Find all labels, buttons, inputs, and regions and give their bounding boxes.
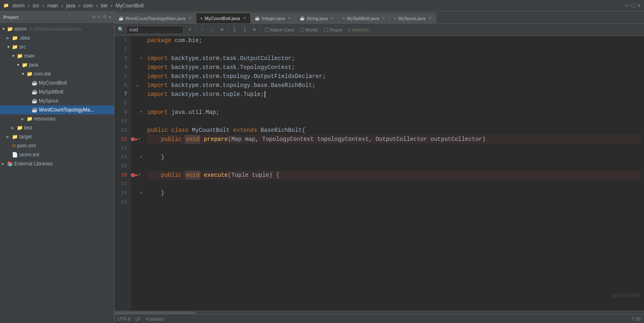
search-regex-option[interactable]: Regex [322,27,344,33]
code-line-9: import java.util.Map; [147,108,641,117]
tab-mysplit-close[interactable]: ✕ [382,16,385,20]
sidebar-item-wordcount[interactable]: ▶ ☕ WordCountTopologyMa... [0,105,114,114]
resources-label: resources [34,116,56,122]
tab-wordcount-close[interactable]: ✕ [188,16,192,20]
title-bie: bie [101,3,108,9]
fold-method12[interactable]: ▼ [138,137,140,141]
sidebar-item-src[interactable]: ▼ 📁 src [0,42,114,51]
title-active-file: MyCountBolt [116,3,144,9]
search-expand-btn[interactable]: ⊞ [218,26,226,33]
code-editor[interactable]: 1 2 3 4 5 6 7 8 9 10 11 12 13 14 15 16 1… [114,36,644,311]
fold-close14[interactable]: ▼ [140,155,142,159]
src-label: src [19,44,26,50]
arrow-12: ▶ [135,137,138,142]
fold-method16[interactable]: ▼ [138,173,140,177]
close-btn[interactable]: ✕ [637,2,641,9]
storm-label: storm [14,26,27,32]
sidebar-item-test[interactable]: ▶ 📁 test [0,123,114,132]
tab-integer-close[interactable]: ✕ [288,16,291,20]
target-label: target [19,134,32,140]
search-matchcase-option[interactable]: Match Case [263,27,296,33]
tab-integer-label: Integer.java [262,16,285,21]
tab-string-icon: ☕ [300,16,305,20]
search-navdown-btn[interactable]: ⟧ [241,26,248,33]
scrollbar-h[interactable] [114,311,644,314]
title-sep5: › [96,3,98,9]
search-filter-btn[interactable]: ⚙ [251,26,258,33]
tree-item-storm[interactable]: ▼ 📁 storm E:\360Downloads\idea\storm [0,25,114,33]
maximize-btn[interactable]: □ [631,2,635,9]
regex-label: Regex [329,27,342,32]
search-navup-btn[interactable]: ⟦ [231,26,238,33]
sidebar-sync-icon[interactable]: ⟳ [97,14,101,20]
sidebar-item-idea[interactable]: ▶ 📁 .idea [0,33,114,42]
sidebar-item-combie[interactable]: ▼ 📁 com.bie [0,69,114,78]
editor-area: ☕ WordCountTopologyMain.java ✕ ● MyCount… [114,11,644,323]
bp-16[interactable] [131,173,135,177]
fold-close18[interactable]: ▼ [140,191,142,195]
search-down-btn[interactable]: ↓ [209,26,216,33]
tab-string-close[interactable]: ✕ [331,16,334,20]
storm-folder-icon: 📁 [3,3,9,8]
tab-myspout-close[interactable]: ✕ [429,16,432,20]
sidebar-item-myspout[interactable]: ▶ ☕ MySpout [0,96,114,105]
sidebar-item-extlibs[interactable]: ▶ 📚 External Libraries [0,159,114,168]
test-label: test [24,125,32,131]
stormiml-label: storm.iml [19,152,39,158]
search-icon: 🔍 [118,27,124,33]
wordcount-label: WordCountTopologyMa... [39,107,94,113]
code-content[interactable]: package com.bie; import backtype.storm.t… [144,36,644,311]
search-matches: 3 matches [348,27,369,32]
sidebar-settings-icon[interactable]: ⚙ [103,14,107,20]
tab-integer[interactable]: ☕ Integer.java ✕ [251,13,296,23]
stormiml-icon: 📄 [12,152,18,158]
bp-12[interactable] [131,137,135,141]
mysplitbolt-icon: ☕ [31,89,38,95]
title-sep: › [28,3,29,9]
search-input[interactable] [129,27,170,33]
mycountbolt-icon: ☕ [31,80,38,86]
sidebar-item-pomxml[interactable]: ▶ m pom.xml [0,141,114,150]
tab-mycountbolt-close[interactable]: ✕ [243,16,246,20]
search-clear-btn[interactable]: ✕ [186,26,193,33]
indent-label: 4 spaces [146,316,164,321]
code-line-15 [147,162,641,171]
watermark: @51CTO博客 [612,292,640,298]
tab-myspout-label: MySpout.java [398,16,426,21]
words-checkbox [300,28,304,32]
src-folder-icon: 📁 [12,44,18,50]
mysplitbolt-label: MySplitBolt [39,89,63,95]
tab-mycountbolt[interactable]: ● MyCountBolt.java ✕ [196,13,251,23]
tab-wordcounttopologymain[interactable]: ☕ WordCountTopologyMain.java ✕ [114,13,196,23]
sidebar-item-main[interactable]: ▼ 📁 main [0,51,114,60]
tabs-bar: ☕ WordCountTopologyMain.java ✕ ● MyCount… [114,11,644,24]
code-line-3: import backtype.storm.task.OutputCollect… [147,54,641,63]
storm-icon: 📁 [7,26,13,32]
sidebar-add-icon[interactable]: ⊕ [92,14,96,20]
fold-import9[interactable]: ▼ [140,110,142,114]
extlibs-icon: 📚 [7,161,13,167]
myspout-icon: ☕ [31,98,38,104]
code-line-10 [147,117,641,126]
sidebar-item-resources[interactable]: ▶ 📁 resources [0,114,114,123]
minimize-btn[interactable]: — [625,2,629,9]
sidebar-item-target[interactable]: ▶ 📁 target [0,132,114,141]
words-label: Words [305,27,319,32]
warn-icon-6: ⚠ [136,83,139,88]
combie-folder-icon: 📁 [27,71,33,77]
tab-string[interactable]: ☕ String.java ✕ [296,13,339,23]
search-words-option[interactable]: Words [298,27,320,33]
code-line-2 [147,45,641,54]
storm-path: E:\360Downloads\idea\storm [29,27,82,31]
sidebar-item-stormiml[interactable]: ▶ 📄 storm.iml [0,150,114,159]
sidebar-item-mysplitbolt[interactable]: ▶ ☕ MySplitBolt [0,87,114,96]
sidebar-collapse-icon[interactable]: ◂ [108,14,111,20]
sidebar-item-java[interactable]: ▼ 📁 java [0,60,114,69]
fold-import3[interactable]: ▼ [140,56,142,60]
tab-myspout[interactable]: ● MySpout.java ✕ [390,13,436,23]
main-label: main [24,53,35,59]
sidebar-item-mycountbolt[interactable]: ▶ ☕ MyCountBolt [0,78,114,87]
search-up-btn[interactable]: ↑ [199,26,206,33]
pomxml-icon: m [12,143,16,149]
tab-mysplitbolt[interactable]: ● MySplitBolt.java ✕ [339,13,390,23]
